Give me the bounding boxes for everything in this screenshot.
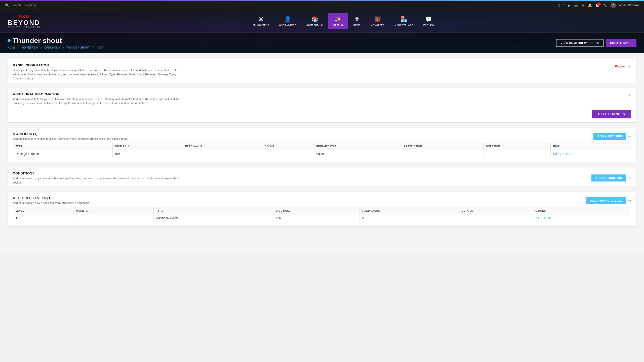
spells-icon: ✨ — [335, 16, 342, 23]
spell-header: Thunder shout HOME // HOMEBREW // CREATI… — [0, 32, 644, 53]
sidebar-item-my-content[interactable]: ⚔ MY CONTENT — [248, 13, 274, 29]
save-area: SAVE CHANGES — [8, 107, 636, 122]
col-count: COUNT — [262, 143, 314, 150]
basic-info-title: BASIC INFORMATION — [13, 63, 613, 67]
modifier-duration — [483, 150, 550, 158]
higher-levels-table-header-row: LEVEL MODIFIER TYPE DICE ROLL FIXED VALU… — [13, 207, 631, 214]
conditions-desc: Add details about any conditions that yo… — [13, 176, 189, 185]
modifiers-section: MODIFIERS (1) Add modifiers to your spel… — [8, 128, 636, 162]
col-edit: EDIT — [551, 143, 631, 150]
breadcrumb-creations[interactable]: CREATIONS — [44, 46, 60, 49]
breadcrumb-sep-1: // — [18, 46, 20, 49]
higher-levels-header: AT HIGHER LEVELS (1) Add details about h… — [8, 192, 636, 207]
additional-info-title-area: ADDITIONAL INFORMATION Add additional de… — [13, 92, 628, 105]
avatar: J — [611, 3, 616, 8]
col-restriction: RESTRICTION — [401, 143, 483, 150]
breadcrumb-home[interactable]: HOME — [8, 46, 16, 49]
nav-label-compendium: COMPENDIUM — [306, 24, 324, 26]
nav-label-spells: SPELLS — [333, 24, 343, 26]
spell-title-area: Thunder shout HOME // HOMEBREW // CREATI… — [8, 37, 105, 49]
nav-label-forums: FORUMS — [423, 24, 434, 26]
add-condition-button[interactable]: ADD A CONDITION — [591, 174, 626, 182]
higher-levels-table: LEVEL MODIFIER TYPE DICE ROLL FIXED VALU… — [13, 207, 631, 222]
username: JamesIntrocaso — [618, 4, 639, 7]
spell-title: Thunder shout — [8, 37, 105, 45]
modifiers-header: MODIFIERS (1) Add modifiers to your spel… — [8, 128, 636, 143]
wrench-icon[interactable]: 🔧 — [603, 4, 607, 7]
compass-icon[interactable]: ◎ — [582, 4, 584, 7]
create-spell-button[interactable]: CREATE SPELL — [606, 39, 636, 47]
user-menu[interactable]: J JamesIntrocaso — [611, 3, 639, 8]
basic-info-expand-icon[interactable]: + — [628, 64, 631, 69]
spell-header-buttons: VIEW HOMEBREW SPELLS CREATE SPELL — [556, 39, 636, 47]
hl-dice-roll: 1d6 — [273, 214, 359, 222]
breadcrumb-thunder-shout[interactable]: THUNDER SHOUT — [66, 46, 90, 49]
higher-levels-right: ADD A HIGHER LEVEL − — [586, 197, 631, 204]
additional-information-section: ADDITIONAL INFORMATION Add additional de… — [8, 88, 636, 123]
breadcrumb-edit: EDIT — [98, 46, 104, 49]
bell-icon[interactable]: 🔔 — [588, 4, 592, 7]
breadcrumb-homebrew[interactable]: HOMEBREW — [22, 46, 38, 49]
twitter-icon[interactable]: 𝕏 — [558, 4, 560, 7]
compendium-icon: 📚 — [311, 16, 318, 23]
modifier-restriction — [401, 150, 483, 158]
hl-edit-link[interactable]: Edit — [534, 216, 539, 220]
logo-tagline: PLAY WITH ADVANTAGE — [8, 26, 40, 28]
basic-information-section: BASIC INFORMATION Start by entering basi… — [8, 59, 636, 83]
my-content-icon: ⚔ — [258, 16, 264, 23]
modifiers-right: ADD A MODIFIER − — [593, 133, 631, 140]
add-modifier-button[interactable]: ADD A MODIFIER — [593, 133, 626, 140]
sidebar-item-spells[interactable]: ✨ SPELLS — [328, 13, 348, 29]
sidebar-item-forums[interactable]: 💬 FORUMS — [418, 13, 439, 29]
conditions-expand-icon[interactable]: + — [628, 175, 631, 180]
modifiers-table: TYPE DICE ROLL FIXED VALUE COUNT PRIMARY… — [13, 143, 631, 158]
modifier-dice-roll: 6d6 — [113, 150, 182, 158]
sidebar-item-items[interactable]: 🗡 ITEMS — [348, 13, 366, 29]
search-area[interactable]: 🔍 Search Everything... — [5, 3, 38, 7]
nav-container: D&D BEYOND PLAY WITH ADVANTAGE ⚔ MY CONT… — [0, 10, 644, 32]
modifiers-left: MODIFIERS (1) Add modifiers to your spel… — [13, 132, 593, 141]
notification-badge[interactable]: 🎲 1 — [595, 4, 599, 7]
monsters-icon: 👹 — [374, 16, 381, 23]
nav-label-my-content: MY CONTENT — [253, 24, 269, 26]
modifiers-desc: Add modifiers to your spell to display d… — [13, 137, 189, 141]
higher-levels-title: AT HIGHER LEVELS (1) — [13, 196, 586, 200]
breadcrumb-sep-4: // — [92, 46, 95, 49]
hl-modifier — [73, 214, 153, 222]
sidebar-item-characters[interactable]: 👤 CHARACTERS — [274, 13, 301, 29]
higher-levels-collapse-icon[interactable]: − — [628, 198, 631, 203]
add-higher-level-button[interactable]: ADD A HIGHER LEVEL — [586, 197, 626, 204]
top-bar: 🔍 Search Everything... 𝕏 f ▶ 📺 ◎ 🔔 🎲 1 🔧… — [0, 1, 644, 10]
hl-edit-sep: | — [541, 216, 541, 220]
modifier-count — [262, 150, 314, 158]
facebook-icon[interactable]: f — [564, 4, 565, 7]
notif-count: 1 — [597, 2, 601, 6]
table-row: 1 Additional Points 1d6 0 Edit | Delete — [13, 214, 631, 222]
view-homebrew-spells-button[interactable]: VIEW HOMEBREW SPELLS — [556, 39, 603, 47]
modifier-delete-link[interactable]: Delete — [562, 152, 571, 156]
save-changes-button[interactable]: SAVE CHANGES — [592, 110, 631, 118]
modifier-edit-link[interactable]: Edit — [553, 152, 558, 156]
youtube-icon[interactable]: ▶ — [568, 4, 571, 7]
twitch-icon[interactable]: 📺 — [574, 4, 578, 7]
additional-info-title: ADDITIONAL INFORMATION — [13, 92, 628, 96]
additional-info-expand-icon[interactable]: + — [628, 93, 631, 98]
hl-col-type: TYPE — [153, 207, 273, 214]
hl-details — [459, 214, 531, 222]
additional-info-actions: + — [628, 92, 631, 98]
marketplace-icon: 🏪 — [400, 16, 408, 23]
modifier-fixed-value — [182, 150, 262, 158]
col-primary-stat: PRIMARY STAT — [314, 143, 401, 150]
higher-levels-table-container: LEVEL MODIFIER TYPE DICE ROLL FIXED VALU… — [8, 207, 636, 226]
logo[interactable]: D&D BEYOND PLAY WITH ADVANTAGE — [8, 14, 40, 28]
nav-items: ⚔ MY CONTENT 👤 CHARACTERS 📚 COMPENDIUM ✨… — [50, 13, 636, 29]
sidebar-item-compendium[interactable]: 📚 COMPENDIUM — [301, 13, 329, 29]
hl-delete-link[interactable]: Delete — [543, 216, 552, 220]
higher-levels-section: AT HIGHER LEVELS (1) Add details about h… — [8, 192, 636, 227]
sidebar-item-marketplace[interactable]: 🏪 MARKETPLACE — [389, 13, 418, 29]
search-placeholder: Search Everything... — [11, 4, 38, 7]
modifiers-collapse-icon[interactable]: − — [628, 133, 631, 139]
sidebar-item-monsters[interactable]: 👹 MONSTERS — [366, 13, 389, 29]
hl-level: 1 — [13, 214, 73, 222]
edit-sep: | — [560, 152, 561, 156]
